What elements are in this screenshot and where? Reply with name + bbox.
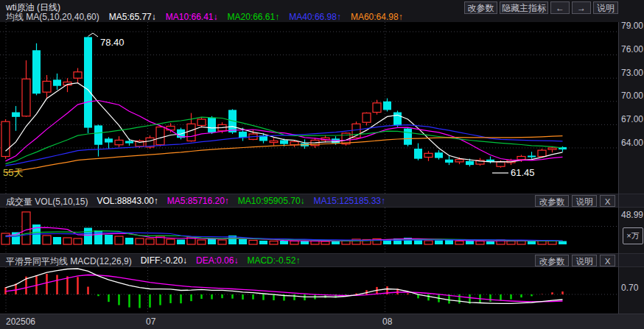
ma-indicator-row: 均线 MA(5,10,20,40,60) MA5:65.77↓ MA10:66.… xyxy=(0,12,625,22)
price-axis-label-70: 70.00 xyxy=(621,91,643,101)
x-label-july: 07 xyxy=(146,316,155,327)
x-label-june: 202506 xyxy=(6,316,35,327)
macd-axis-label: 0.70 xyxy=(621,283,638,293)
axis-divider xyxy=(618,22,619,314)
macd-change-params-button[interactable]: 改参数 xyxy=(535,255,569,266)
macd-panel xyxy=(0,267,618,314)
price-axis-label-79: 79.00 xyxy=(621,21,643,31)
volume-panel xyxy=(0,208,618,253)
price-axis-label-67: 67.00 xyxy=(621,114,643,124)
macd-header: 平滑异同平均线 MACD(12,26,9) DIFF:-0.20↓ DEA:0.… xyxy=(0,253,644,267)
ma-settings-label: 均线 MA(5,10,20,40,60) xyxy=(6,11,99,24)
ma20-value: MA20:66.61↑ xyxy=(228,12,280,22)
volume-change-params-button[interactable]: 改参数 xyxy=(535,195,569,207)
vol-ma10-value: MA10:95905.70↓ xyxy=(238,196,305,208)
volume-help-button[interactable]: 说明 xyxy=(572,195,597,207)
price-axis-label-73: 73.00 xyxy=(621,68,643,78)
volume-close-button[interactable]: X xyxy=(600,195,615,207)
ma60-value: MA60:64.98↑ xyxy=(351,12,403,22)
diff-value: DIFF:-0.20↓ xyxy=(141,255,187,268)
x-axis-bar: 202506 07 08 xyxy=(0,314,644,329)
low-annotation: 61.45 xyxy=(511,167,535,178)
macd-help-button[interactable]: 说明 xyxy=(572,255,597,266)
volume-header: 成交量 VOL(5,10,15) VOL:88843.00↑ MA5:85716… xyxy=(0,194,644,208)
price-axis-label-64: 64.00 xyxy=(621,138,643,148)
volume-unit-box: ×万 xyxy=(623,227,643,244)
macd-canvas xyxy=(0,267,618,314)
vol-value: VOL:88843.00↑ xyxy=(97,196,158,208)
vol-ma15-value: MA15:125185.33↑ xyxy=(314,196,385,208)
macd-value: MACD:-0.52↑ xyxy=(247,255,300,268)
vol-ma5-value: MA5:85716.20↑ xyxy=(167,196,229,208)
ma5-value: MA5:65.77↓ xyxy=(109,12,156,22)
volume-label: 成交量 VOL(5,10,15) xyxy=(6,196,88,208)
price-axis-label-76: 76.00 xyxy=(621,44,643,54)
volume-axis-label: 48.99 xyxy=(621,210,643,220)
ma10-value: MA10:66.41↓ xyxy=(166,12,218,22)
macd-label: 平滑异同平均线 MACD(12,26,9) xyxy=(6,255,132,268)
macd-close-button[interactable]: X xyxy=(600,255,615,266)
volume-canvas xyxy=(0,208,618,253)
period-label: 55天 xyxy=(3,166,23,180)
main-chart-panel: 78.40 61.45 55天 xyxy=(0,22,618,194)
ma40-value: MA40:66.98↑ xyxy=(289,12,341,22)
chart-app-window: wti原油 (日线) 改参数 隐藏主指标 ← → 说明 均线 MA(5,10,2… xyxy=(0,0,644,329)
x-label-august: 08 xyxy=(382,316,392,327)
dea-value: DEA:0.06↓ xyxy=(196,255,238,268)
high-annotation: 78.40 xyxy=(100,37,125,48)
